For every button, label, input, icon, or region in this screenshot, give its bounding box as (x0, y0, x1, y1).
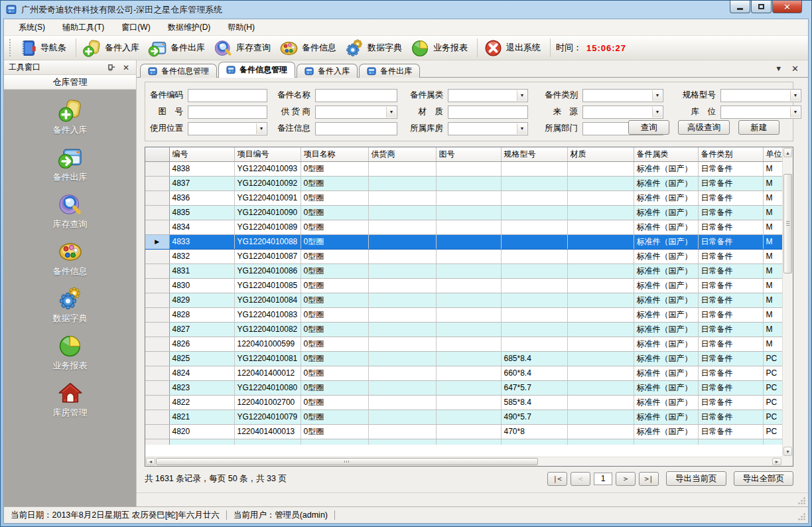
adv-query-button[interactable]: 高级查询 (678, 120, 730, 135)
vertical-scrollbar[interactable]: ▲ ▼ (782, 147, 793, 457)
column-header[interactable]: 单位 (763, 147, 782, 161)
row-selector-cell[interactable] (145, 278, 169, 293)
table-row[interactable]: 4835YG122040100900型圈标准件（国产）日常备件M (145, 205, 782, 220)
scroll-up-icon[interactable]: ▲ (783, 148, 792, 157)
close-tab-icon[interactable]: ✕ (791, 64, 799, 73)
row-selector-cell[interactable] (145, 264, 169, 278)
location-select[interactable]: ▼ (720, 106, 801, 119)
toolbar-stock-query-button[interactable]: 库存查询 (211, 37, 277, 59)
chevron-down-icon[interactable]: ▼ (517, 123, 527, 134)
horizontal-scroll-thumb[interactable] (156, 458, 538, 465)
table-row[interactable]: ▶4833YG122040100880型圈标准件（国产）日常备件M (145, 234, 782, 249)
tab-spare-out[interactable]: 备件出库 (359, 64, 420, 78)
table-row[interactable]: 4832YG122040100870型圈标准件（国产）日常备件M (145, 249, 782, 264)
column-header[interactable]: 编号 (169, 147, 234, 161)
table-row[interactable]: 4821YG122040100790型圈490*5.7标准件（国产）日常备件PC (145, 410, 782, 424)
table-row[interactable]: 482012204014000130型圈470*8标准件（国产）日常备件PC (145, 424, 782, 439)
part-name-input[interactable] (315, 89, 397, 102)
row-selector-cell[interactable] (145, 410, 169, 424)
maximize-button[interactable] (751, 1, 772, 13)
toolbar-navigator-button[interactable]: 导航条 (15, 37, 72, 59)
sidebar-item-report[interactable]: 业务报表 (27, 333, 113, 372)
row-selector-cell[interactable] (145, 307, 169, 322)
table-row[interactable]: 4831YG122040100860型圈标准件（国产）日常备件M (145, 264, 782, 278)
part-code-input[interactable] (188, 89, 267, 102)
sidebar-item-spare-in[interactable]: 备件入库 (27, 98, 113, 136)
row-selector-cell[interactable] (145, 190, 169, 205)
minimize-button[interactable] (730, 1, 750, 13)
table-row[interactable]: 4828YG122040100830型圈标准件（国产）日常备件M (145, 307, 782, 322)
sidebar-item-spare-out[interactable]: 备件出库 (27, 145, 113, 183)
warehouse-select[interactable]: ▼ (448, 122, 528, 135)
column-header[interactable]: 备件类别 (698, 147, 763, 161)
chevron-down-icon[interactable]: ▼ (775, 65, 782, 72)
tool-window-close-button[interactable]: ✕ (121, 62, 131, 73)
menu-system[interactable]: 系统(S) (12, 20, 52, 35)
use-position-select[interactable]: ▼ (188, 122, 267, 135)
column-header[interactable]: 备件属类 (634, 147, 698, 161)
row-selector-cell[interactable] (145, 205, 169, 220)
row-selector-cell[interactable] (145, 249, 169, 264)
source-select[interactable]: ▼ (582, 106, 663, 119)
toolbar-spare-out-button[interactable]: 备件出库 (145, 37, 211, 59)
menu-window[interactable]: 窗口(W) (115, 20, 157, 35)
row-selector-cell[interactable] (145, 366, 169, 380)
row-selector-cell[interactable] (145, 395, 169, 410)
pager-first-button[interactable]: |< (547, 472, 567, 486)
menu-help[interactable]: 帮助(H) (221, 20, 261, 35)
export-all-pages-button[interactable]: 导出全部页 (734, 471, 794, 486)
pager-prev-button[interactable]: < (571, 472, 590, 486)
horizontal-scrollbar[interactable]: ◄ ► (145, 457, 782, 466)
menu-data-maintain[interactable]: 数据维护(D) (161, 20, 218, 35)
table-row[interactable]: 4827YG122040100820型圈标准件（国产）日常备件M (145, 322, 782, 337)
row-selector-cell[interactable] (145, 176, 169, 190)
spec-model-select[interactable]: ▼ (720, 89, 801, 102)
chevron-down-icon[interactable]: ▼ (652, 107, 662, 117)
pin-button[interactable] (106, 62, 117, 73)
table-row[interactable]: 4834YG122040100890型圈标准件（国产）日常备件M (145, 220, 782, 234)
column-header[interactable]: 项目编号 (234, 147, 301, 161)
resize-grip-icon[interactable] (797, 512, 806, 521)
table-row[interactable]: 4830YG122040100850型圈标准件（国产）日常备件M (145, 278, 782, 293)
table-row[interactable]: 4829YG122040100840型圈标准件（国产）日常备件M (145, 293, 782, 307)
toolbar-spare-in-button[interactable]: 备件入库 (80, 37, 145, 59)
row-selector-cell[interactable] (145, 424, 169, 439)
chevron-down-icon[interactable]: ▼ (790, 90, 800, 101)
part-category-select[interactable]: ▼ (448, 89, 528, 102)
scroll-down-icon[interactable]: ▼ (783, 447, 792, 456)
chevron-down-icon[interactable]: ▼ (790, 107, 800, 117)
chevron-down-icon[interactable]: ▼ (652, 90, 662, 101)
row-selector-cell[interactable] (145, 337, 169, 351)
table-row[interactable]: 482212204010027000型圈585*8.4标准件（国产）日常备件PC (145, 395, 782, 410)
scroll-left-icon[interactable]: ◄ (146, 458, 155, 465)
chevron-down-icon[interactable]: ▼ (256, 123, 266, 134)
vertical-scroll-thumb[interactable] (783, 174, 792, 273)
sidebar-group-header[interactable]: 仓库管理 (4, 75, 136, 90)
part-type-select[interactable]: ▼ (582, 89, 663, 102)
query-button[interactable]: 查询 (628, 120, 669, 135)
column-header[interactable]: 供货商 (368, 147, 436, 161)
column-header[interactable]: 材质 (567, 147, 634, 161)
row-selector-cell[interactable] (145, 293, 169, 307)
toolbar-grip[interactable] (9, 39, 12, 56)
toolbar-spare-info-button[interactable]: 备件信息 (277, 37, 342, 59)
pager-next-button[interactable]: > (616, 472, 636, 486)
scroll-right-icon[interactable]: ► (772, 458, 781, 465)
remark-input[interactable] (315, 122, 397, 135)
toolbar-data-dict-button[interactable]: 数据字典 (342, 37, 408, 59)
table-row[interactable]: 4836YG122040100910型圈标准件（国产）日常备件M (145, 190, 782, 205)
export-current-page-button[interactable]: 导出当前页 (666, 471, 726, 486)
tab-spare-in[interactable]: 备件入库 (297, 64, 358, 78)
chevron-down-icon[interactable]: ▼ (517, 90, 527, 101)
row-selector-cell[interactable] (145, 380, 169, 395)
sidebar-item-spare-info[interactable]: 备件信息 (27, 239, 113, 277)
toolbar-exit-button[interactable]: 退出系统 (481, 37, 547, 59)
tab-spare-info-mgmt-1[interactable]: 备件信息管理 (140, 64, 217, 78)
tab-spare-info-mgmt-2[interactable]: 备件信息管理 (218, 62, 295, 78)
supplier-select[interactable]: ▼ (315, 106, 397, 119)
row-selector-cell[interactable] (145, 351, 169, 366)
sidebar-item-data-dict[interactable]: 数据字典 (27, 286, 113, 325)
column-header[interactable]: 规格型号 (501, 147, 567, 161)
row-selector-cell[interactable] (145, 220, 169, 234)
pager-last-button[interactable]: >| (639, 472, 659, 486)
